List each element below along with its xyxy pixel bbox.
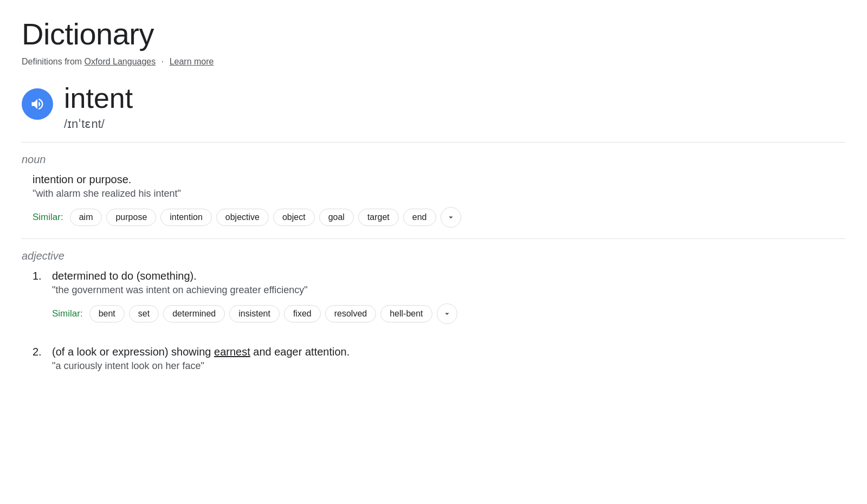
chip-aim[interactable]: aim <box>70 209 102 226</box>
oxford-languages-link[interactable]: Oxford Languages <box>85 57 156 66</box>
learn-more-link[interactable]: Learn more <box>170 57 214 66</box>
chip-end[interactable]: end <box>403 209 436 226</box>
word-text: intent <box>64 83 133 114</box>
chip-set[interactable]: set <box>129 305 159 322</box>
separator: · <box>161 57 164 66</box>
chevron-down-icon <box>446 212 456 222</box>
chip-insistent[interactable]: insistent <box>229 305 280 322</box>
divider <box>22 142 845 143</box>
pronunciation: /ɪnˈtɛnt/ <box>64 117 133 131</box>
audio-button[interactable] <box>22 88 53 120</box>
chip-resolved[interactable]: resolved <box>325 305 376 322</box>
adj-def-1: 1. determined to do (something). "the go… <box>33 270 845 335</box>
chip-determined[interactable]: determined <box>163 305 225 322</box>
noun-def-text: intention or purpose. <box>33 173 845 186</box>
chip-target[interactable]: target <box>358 209 399 226</box>
expand-similar-adj-1[interactable] <box>437 303 457 324</box>
noun-section: noun intention or purpose. "with alarm s… <box>22 153 845 228</box>
speaker-icon <box>30 96 45 112</box>
page-title: Dictionary <box>22 16 845 51</box>
adjective-definitions: 1. determined to do (something). "the go… <box>33 270 845 372</box>
adj-similar-row-1: Similar: bent set determined insistent f… <box>52 303 845 324</box>
chip-bent[interactable]: bent <box>89 305 125 322</box>
chip-object[interactable]: object <box>273 209 315 226</box>
noun-def-example: "with alarm she realized his intent" <box>33 188 845 199</box>
adj-def-1-example: "the government was intent on achieving … <box>52 285 845 296</box>
adj-def-2-content: (of a look or expression) showing earnes… <box>52 346 845 372</box>
adj-def-1-content: determined to do (something). "the gover… <box>52 270 845 335</box>
pos-adjective: adjective <box>22 250 845 262</box>
noun-definitions: intention or purpose. "with alarm she re… <box>33 173 845 228</box>
adj-def-1-text: determined to do (something). <box>52 270 845 282</box>
def-number-2: 2. <box>33 346 46 372</box>
chip-intention[interactable]: intention <box>160 209 212 226</box>
noun-similar-row: Similar: aim purpose intention objective… <box>33 207 845 228</box>
chevron-down-icon-2 <box>442 309 452 319</box>
subtitle: Definitions from Oxford Languages · Lear… <box>22 57 845 67</box>
pos-noun: noun <box>22 153 845 166</box>
chip-hell-bent[interactable]: hell-bent <box>380 305 432 322</box>
adj-similar-label-1: Similar: <box>52 308 83 319</box>
def-number-1: 1. <box>33 270 46 335</box>
adjective-section: adjective 1. determined to do (something… <box>22 250 845 372</box>
chip-purpose[interactable]: purpose <box>106 209 156 226</box>
chip-goal[interactable]: goal <box>319 209 354 226</box>
noun-definition-1: intention or purpose. "with alarm she re… <box>33 173 845 199</box>
noun-similar-label: Similar: <box>33 212 63 223</box>
expand-similar-noun[interactable] <box>441 207 461 228</box>
subtitle-prefix: Definitions from <box>22 57 82 66</box>
word-info: intent /ɪnˈtɛnt/ <box>64 83 133 131</box>
adj-def-2-example: "a curiously intent look on her face" <box>52 360 845 372</box>
word-header: intent /ɪnˈtɛnt/ <box>22 83 845 131</box>
divider-2 <box>22 238 845 239</box>
adj-def-2-text: (of a look or expression) showing earnes… <box>52 346 845 358</box>
chip-fixed[interactable]: fixed <box>284 305 321 322</box>
chip-objective[interactable]: objective <box>216 209 269 226</box>
earnest-link[interactable]: earnest <box>214 346 250 358</box>
adj-def-2: 2. (of a look or expression) showing ear… <box>33 346 845 372</box>
